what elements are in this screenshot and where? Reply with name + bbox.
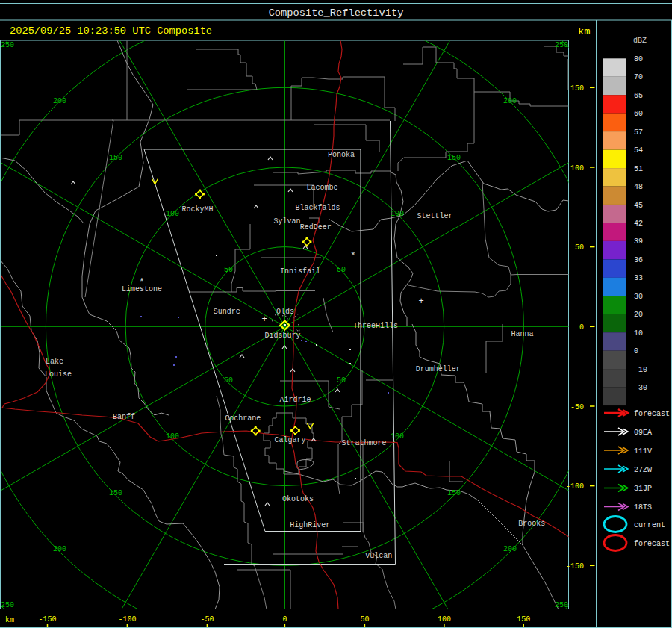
svg-text:50: 50: [575, 243, 584, 252]
svg-text:*: *: [350, 250, 356, 261]
svg-text:Vulcan: Vulcan: [365, 552, 392, 560]
svg-text:Blackfalds: Blackfalds: [296, 204, 340, 212]
svg-text:20: 20: [634, 311, 643, 319]
svg-text:Sylvan: Sylvan: [273, 217, 300, 226]
svg-text:150: 150: [517, 615, 530, 624]
svg-text:45: 45: [634, 202, 643, 210]
svg-text:Calgary: Calgary: [274, 436, 305, 444]
svg-text:-50: -50: [570, 403, 584, 411]
svg-text:Stettler: Stettler: [417, 212, 453, 220]
svg-text:200: 200: [53, 545, 66, 553]
svg-text:150: 150: [109, 154, 122, 162]
svg-text:Composite_Reflectivity: Composite_Reflectivity: [269, 7, 404, 19]
svg-text:18TS: 18TS: [634, 503, 652, 512]
svg-text:150: 150: [447, 489, 461, 497]
svg-text:Airdrie: Airdrie: [280, 396, 311, 404]
svg-text:RockyMH: RockyMH: [182, 205, 214, 214]
svg-text:ThreeHills: ThreeHills: [353, 322, 398, 330]
svg-text:current: current: [634, 521, 665, 529]
svg-text:Banff: Banff: [113, 413, 135, 421]
svg-text:250: 250: [555, 601, 568, 609]
svg-text:80: 80: [634, 55, 643, 63]
svg-text:200: 200: [503, 97, 517, 105]
svg-text:57: 57: [634, 128, 643, 137]
svg-text:dBZ: dBZ: [633, 37, 647, 45]
svg-text:50: 50: [224, 376, 233, 385]
svg-text:HighRiver: HighRiver: [290, 521, 330, 529]
svg-text:forecast: forecast: [634, 540, 670, 548]
svg-text:Drumheller: Drumheller: [416, 365, 461, 373]
svg-text:48: 48: [634, 183, 643, 191]
svg-text:*: *: [139, 276, 145, 287]
svg-text:70: 70: [634, 73, 643, 81]
svg-text:100: 100: [391, 432, 404, 441]
svg-text:39: 39: [634, 237, 643, 246]
svg-text:65: 65: [634, 92, 643, 100]
svg-text:111V: 111V: [634, 447, 652, 456]
svg-text:100: 100: [391, 210, 404, 218]
svg-text:Olds: Olds: [276, 308, 294, 316]
svg-text:50: 50: [337, 376, 346, 385]
svg-text:10: 10: [634, 329, 643, 338]
svg-text:RedDeer: RedDeer: [300, 223, 332, 231]
svg-text:150: 150: [447, 154, 461, 162]
svg-text:km: km: [5, 616, 14, 624]
svg-text:forecast: forecast: [634, 410, 670, 418]
svg-text:31JP: 31JP: [634, 485, 652, 493]
svg-text:27ZW: 27ZW: [634, 466, 652, 474]
svg-text:0: 0: [634, 347, 638, 355]
svg-text:-100: -100: [118, 615, 136, 624]
svg-text:Brooks: Brooks: [518, 520, 545, 528]
svg-text:100: 100: [166, 432, 179, 441]
svg-text:100: 100: [166, 210, 179, 218]
svg-text:0: 0: [579, 323, 584, 332]
svg-text:Strathmore: Strathmore: [342, 439, 387, 447]
svg-text:-10: -10: [634, 366, 647, 374]
svg-text:-30: -30: [634, 384, 647, 392]
svg-text:Louise: Louise: [45, 370, 72, 379]
svg-text:150: 150: [109, 489, 122, 497]
svg-text:51: 51: [634, 165, 643, 173]
svg-text:Innisfail: Innisfail: [280, 267, 320, 276]
svg-text:50: 50: [337, 266, 346, 274]
svg-text:250: 250: [555, 41, 568, 49]
svg-text:Didsbury: Didsbury: [264, 332, 300, 340]
svg-text:km: km: [578, 26, 590, 37]
svg-text:-150: -150: [38, 615, 56, 624]
svg-text:Sundre: Sundre: [214, 308, 240, 316]
svg-text:+: +: [261, 314, 267, 325]
svg-text:30: 30: [634, 293, 643, 301]
svg-text:36: 36: [634, 256, 643, 264]
svg-text:09EA: 09EA: [634, 429, 652, 437]
svg-text:-50: -50: [200, 615, 214, 624]
svg-text:+: +: [418, 296, 423, 307]
svg-text:50: 50: [360, 615, 369, 624]
svg-text:200: 200: [53, 97, 66, 105]
svg-text:200: 200: [503, 545, 517, 553]
svg-text:Okotoks: Okotoks: [282, 495, 314, 503]
svg-text:33: 33: [634, 274, 643, 282]
svg-text:-150: -150: [566, 562, 584, 571]
svg-text:Lake: Lake: [46, 358, 63, 366]
svg-text:50: 50: [224, 266, 233, 274]
svg-text:42: 42: [634, 220, 643, 228]
svg-text:150: 150: [570, 84, 584, 93]
svg-text:100: 100: [438, 615, 451, 624]
svg-text:54: 54: [634, 146, 643, 155]
svg-text:Lacombe: Lacombe: [307, 184, 338, 192]
svg-text:250: 250: [1, 601, 14, 609]
svg-text:Cochrane: Cochrane: [225, 414, 261, 423]
svg-text:100: 100: [570, 164, 584, 172]
svg-text:Ponoka: Ponoka: [328, 151, 355, 159]
svg-text:-100: -100: [566, 482, 584, 491]
svg-text:0: 0: [282, 615, 287, 624]
svg-text:Hanna: Hanna: [511, 330, 533, 338]
svg-text:2025/09/25 10:23:50 UTC Compos: 2025/09/25 10:23:50 UTC Composite: [10, 25, 212, 37]
svg-text:60: 60: [634, 110, 643, 118]
svg-text:250: 250: [1, 41, 14, 49]
